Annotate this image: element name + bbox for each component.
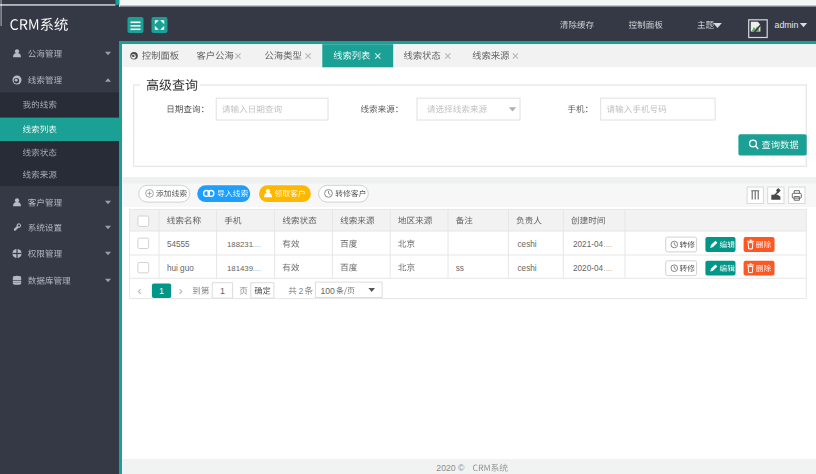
svg-text:2020 ©: 2020 © [436,463,465,473]
svg-text:ceshi: ceshi [518,240,537,249]
svg-text:2020-04: 2020-04 [573,264,603,273]
svg-text:181439: 181439 [227,264,253,273]
svg-text:2: 2 [299,286,304,296]
svg-text:....: .... [253,240,262,249]
svg-text:ss: ss [456,264,464,273]
svg-text:admin: admin [775,20,799,30]
svg-text:188231: 188231 [227,240,253,249]
svg-text:....: .... [604,264,613,273]
svg-text:54555: 54555 [167,240,190,249]
svg-text:....: .... [604,240,613,249]
svg-text:....: .... [253,264,262,273]
svg-text:100: 100 [320,286,335,296]
svg-text:2021-04: 2021-04 [573,240,603,249]
svg-text:ceshi: ceshi [518,264,537,273]
svg-text:1: 1 [220,286,225,296]
svg-text:‹: ‹ [138,284,142,298]
svg-text:1: 1 [159,286,164,296]
svg-text:›: › [179,284,183,298]
svg-text:hui guo: hui guo [167,264,194,273]
